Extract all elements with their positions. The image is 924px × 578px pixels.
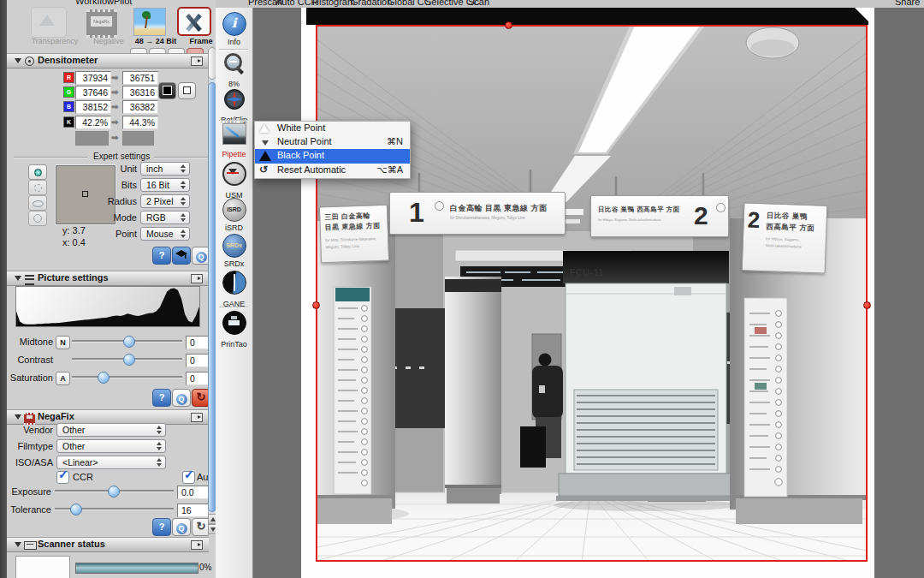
bit-depth-button[interactable] [132,7,166,36]
scanner-status-header[interactable]: Scanner status [7,537,209,552]
detach-panel-icon[interactable] [191,540,203,550]
picture-settings-header[interactable]: Picture settings [7,271,209,286]
saturation-slider[interactable] [72,372,182,383]
help-button[interactable]: ? [152,518,171,536]
arrow-icon: ➡ [111,102,118,111]
tool-printao[interactable]: PrinTao [216,311,252,349]
point-dropdown[interactable]: Mouse [140,227,190,241]
filmtype-value: Other [62,441,85,451]
vendor-value: Other [62,425,85,435]
menu-item-neutral-point[interactable]: Neutral Point ⌘N [255,135,410,149]
frame-point-button[interactable] [28,180,47,195]
histogram-shape [16,288,199,326]
midtone-slider[interactable] [72,336,182,347]
tolerance-thumb[interactable] [70,504,82,515]
tool-pipette[interactable]: Pipette [216,123,252,158]
tool-info[interactable]: i Info [216,12,252,46]
collapse-triangle-icon[interactable] [15,414,21,420]
white-point-target-button[interactable] [178,82,196,99]
saturation-label: Saturation [7,372,53,383]
q-icon: Q [176,394,187,405]
exposure-value[interactable]: 0.0 [177,486,210,499]
negative-button[interactable]: NegaFix [85,7,119,36]
share-button[interactable]: Share [895,0,920,7]
densitometer-header[interactable]: Densitometer [7,53,209,69]
tool-rotflip[interactable]: Rot/Flip [216,88,252,124]
ccr-checkbox[interactable]: ✓ [56,471,69,484]
frame-handle-top[interactable] [505,21,512,29]
filmstrip-icon: NegaFix [86,9,117,38]
arrow-icon: ➡ [111,73,118,82]
info-icon: i [222,12,246,36]
channel-swatch-blue: B [63,101,74,112]
collapse-triangle-icon[interactable] [15,542,21,547]
help-button[interactable]: ? [152,389,171,407]
menu-gradation[interactable]: Gradation [351,0,392,7]
stepper-icon [181,213,187,223]
frame-handle-left[interactable] [312,301,320,309]
bits-dropdown[interactable]: 16 Bit [140,178,190,192]
detach-panel-icon[interactable] [191,274,203,283]
show-point-button[interactable] [28,195,47,211]
quickstart-button[interactable]: Q [172,389,191,407]
pipette-context-menu: White Point Neutral Point ⌘N Black Point… [254,121,411,179]
detach-panel-icon[interactable] [191,413,203,422]
tolerance-value[interactable]: 16 [177,504,210,517]
menu-scan[interactable]: Scan [468,0,489,7]
scanner-icon [24,541,37,550]
scanner-status-title: Scanner status [38,539,105,549]
saturation-thumb[interactable] [98,372,110,384]
midtone-thumb[interactable] [123,336,135,348]
bit-depth-label: 48 → 24 Bit [130,37,181,45]
frame-button[interactable] [177,7,211,36]
mode-dropdown[interactable]: RGB [140,211,190,224]
collapse-triangle-icon[interactable] [15,58,21,63]
menu-item-black-point[interactable]: Black Point [255,149,410,164]
black-point-target-button[interactable] [158,82,176,99]
point-label: Point [94,229,137,239]
contrast-slider[interactable] [72,354,182,365]
tool-zoom[interactable]: 8% [216,52,252,88]
menu-item-white-point[interactable]: White Point [255,122,410,135]
unit-dropdown[interactable]: inch [140,162,190,176]
menu-item-reset-automatic[interactable]: ↺ Reset Automatic ⌥⌘A [255,164,410,177]
bits-label: Bits [94,180,137,190]
tutorial-button[interactable] [172,247,191,265]
film-edge [306,8,868,25]
tool-gane[interactable]: GANE [216,271,252,308]
exposure-thumb[interactable] [108,486,120,498]
iso-dropdown[interactable]: <Linear> [56,456,166,469]
filmtype-dropdown[interactable]: Other [56,439,166,453]
detach-panel-icon[interactable] [191,57,203,66]
saturation-badge[interactable]: A [56,372,70,385]
tool-srdx[interactable]: SRDx SRDx [216,234,252,268]
sample-marker [82,191,88,197]
contrast-thumb[interactable] [123,354,135,366]
frame-handle-right[interactable] [863,301,871,309]
menu-histogram[interactable]: Histogram [312,0,355,7]
radius-dropdown[interactable]: 2 Pixel [140,194,190,208]
tool-usm[interactable]: USM [216,162,252,200]
quickstart-button[interactable]: Q [172,518,191,536]
isrd-icon: iSRD [222,198,246,222]
crop-frame[interactable] [316,25,868,562]
midtone-label: Midtone [7,337,53,347]
usm-icon [222,162,246,186]
midtone-badge[interactable]: N [56,336,70,349]
iso-label: ISO/ASA [10,457,53,468]
compass-icon [223,88,246,110]
stepper-icon [157,426,163,435]
pick-point-button[interactable] [28,164,47,180]
contrast-label: Contrast [7,355,53,365]
filmtype-label: Filmtype [10,441,53,451]
tolerance-slider[interactable] [55,504,174,515]
help-button[interactable]: ? [152,247,171,265]
rotate-point-button[interactable] [28,211,47,226]
auto-checkbox[interactable]: ✓ [182,471,195,484]
vendor-dropdown[interactable]: Other [56,423,166,437]
transparency-button[interactable] [31,7,67,38]
tool-isrd[interactable]: iSRD iSRD [216,198,252,232]
exposure-slider[interactable] [55,486,174,497]
black-square-icon [163,86,172,95]
collapse-triangle-icon[interactable] [15,276,21,281]
